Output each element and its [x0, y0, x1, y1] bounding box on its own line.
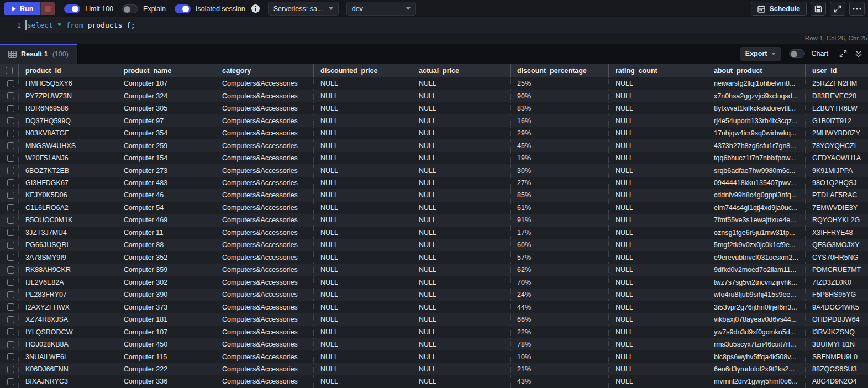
cell-rating_count: NULL: [608, 114, 707, 127]
row-checkbox[interactable]: [0, 301, 18, 313]
table-row[interactable]: K06DJ66ENNComputer 222Computers&Accessor…: [0, 363, 868, 375]
table-row[interactable]: RK88AH9CKRComputer 359Computers&Accessor…: [0, 264, 868, 276]
cell-user_id: 98O1Q2HQSJ: [805, 177, 868, 189]
column-header-user_id[interactable]: user_id: [805, 64, 868, 77]
row-checkbox[interactable]: [0, 227, 18, 239]
row-checkbox[interactable]: [0, 363, 18, 375]
row-checkbox[interactable]: [0, 276, 18, 289]
row-checkbox[interactable]: [0, 313, 18, 326]
table-row[interactable]: C1L6LRO6A2Computer 54Computers&Accessori…: [0, 202, 868, 214]
catalog-dropdown[interactable]: dev: [346, 2, 416, 16]
row-checkbox[interactable]: [0, 289, 18, 301]
column-header-category[interactable]: category: [215, 64, 313, 77]
table-row[interactable]: IYLQSRODCWComputer 107Computers&Accessor…: [0, 326, 868, 338]
row-checkbox[interactable]: [0, 177, 18, 189]
isolated-session-toggle[interactable]: [175, 4, 191, 13]
row-checkbox[interactable]: [0, 326, 18, 338]
expand-results-icon[interactable]: [839, 50, 847, 57]
cell-user_id: F5P8HS95YG: [805, 289, 868, 301]
cell-product_name: Computer 107: [117, 77, 215, 90]
info-icon[interactable]: [251, 4, 260, 13]
chart-toggle[interactable]: [789, 49, 805, 58]
table-row[interactable]: KFJY0K5D06Computer 46Computers&Accessori…: [0, 189, 868, 201]
cell-user_id: 7IZD3ZL0K0: [805, 276, 868, 289]
column-header-about_product[interactable]: about_product: [707, 64, 805, 77]
table-row[interactable]: B5OUOC0M1KComputer 469Computers&Accessor…: [0, 214, 868, 226]
table-row[interactable]: BIXAJNRYC3Computer 336Computers&Accessor…: [0, 375, 868, 387]
table-row[interactable]: PG66JUSQRIComputer 88Computers&Accessori…: [0, 239, 868, 251]
table-row[interactable]: 3A78SMY9I9Computer 352Computers&Accessor…: [0, 251, 868, 264]
explain-toggle[interactable]: [122, 4, 138, 13]
row-checkbox[interactable]: [0, 350, 18, 363]
cell-user_id: 9A4DGG4WK5: [805, 301, 868, 313]
row-checkbox[interactable]: [0, 139, 18, 151]
table-row[interactable]: IJL2V6E82AComputer 302Computers&Accessor…: [0, 276, 868, 289]
row-checkbox[interactable]: [0, 202, 18, 214]
table-row[interactable]: GI3HFDGK67Computer 483Computers&Accessor…: [0, 177, 868, 189]
cell-product_name: Computer 302: [117, 276, 215, 289]
column-header-product_name[interactable]: product_name: [117, 64, 215, 77]
row-checkbox[interactable]: [0, 164, 18, 176]
cell-discount_percentage: 19%: [510, 152, 608, 164]
row-checkbox[interactable]: [0, 338, 18, 350]
row-checkbox[interactable]: [0, 102, 18, 114]
collapse-panel-icon[interactable]: [855, 50, 862, 58]
tab-result-1[interactable]: Result 1 (100): [0, 44, 77, 64]
row-checkbox[interactable]: [0, 214, 18, 226]
cell-actual_price: NULL: [412, 177, 510, 189]
cell-rating_count: NULL: [608, 239, 707, 251]
table-row[interactable]: PY7ZPUWZ3NComputer 324Computers&Accessor…: [0, 90, 868, 102]
column-header-product_id[interactable]: product_id: [18, 64, 117, 77]
table-row[interactable]: MNGSW4UHXSComputer 259Computers&Accessor…: [0, 139, 868, 151]
sql-editor[interactable]: 1 select * from products_f;: [0, 17, 868, 33]
code-line[interactable]: select * from products_f;: [24, 17, 868, 33]
cell-discount_percentage: 66%: [510, 313, 608, 326]
select-all-checkbox[interactable]: [0, 64, 18, 77]
cell-product_id: HMHC5Q5XY6: [18, 77, 117, 90]
table-row[interactable]: PL283FRY07Computer 390Computers&Accessor…: [0, 289, 868, 301]
cell-about_product: 9dfkd0v2moed7o2iiam11...: [707, 264, 805, 276]
export-button[interactable]: Export: [740, 47, 782, 61]
column-header-discounted_price[interactable]: discounted_price: [313, 64, 412, 77]
table-row[interactable]: N03KV8ATGFComputer 354Computers&Accessor…: [0, 127, 868, 139]
table-row[interactable]: HMHC5Q5XY6Computer 107Computers&Accessor…: [0, 77, 868, 90]
cell-product_id: 3A78SMY9I9: [18, 251, 117, 264]
table-row[interactable]: I2AXYZFHWXComputer 373Computers&Accessor…: [0, 301, 868, 313]
table-row[interactable]: 6BOZ7KT2EBComputer 273Computers&Accessor…: [0, 164, 868, 176]
column-header-actual_price[interactable]: actual_price: [412, 64, 510, 77]
row-checkbox[interactable]: [0, 127, 18, 139]
cell-actual_price: NULL: [412, 90, 510, 102]
table-row[interactable]: HOJ028KB8AComputer 450Computers&Accessor…: [0, 338, 868, 350]
row-checkbox[interactable]: [0, 251, 18, 264]
cell-discounted_price: NULL: [313, 326, 412, 338]
row-checkbox[interactable]: [0, 90, 18, 102]
warehouse-dropdown[interactable]: Serverless: sa...: [268, 2, 339, 16]
cell-about_product: vikbaxj078ayeav0d6vs44...: [707, 313, 805, 326]
cell-rating_count: NULL: [608, 164, 707, 176]
row-checkbox[interactable]: [0, 375, 18, 387]
row-checkbox[interactable]: [0, 239, 18, 251]
line-number: 1: [0, 21, 24, 29]
save-button[interactable]: [811, 2, 826, 16]
run-button[interactable]: Run: [4, 2, 40, 15]
cell-rating_count: NULL: [608, 127, 707, 139]
table-row[interactable]: XZ74R8XJSAComputer 181Computers&Accessor…: [0, 313, 868, 326]
table-row[interactable]: DQ37HQ599QComputer 97Computers&Accessori…: [0, 114, 868, 127]
column-header-discount_percentage[interactable]: discount_percentage: [510, 64, 608, 77]
table-row[interactable]: W20F51ANJ6Computer 154Computers&Accessor…: [0, 152, 868, 164]
more-options-button[interactable]: [849, 2, 865, 16]
table-row[interactable]: 3NUAILWE6LComputer 115Computers&Accessor…: [0, 350, 868, 363]
table-row[interactable]: RDR6N69586Computer 305Computers&Accessor…: [0, 102, 868, 114]
row-checkbox[interactable]: [0, 152, 18, 164]
schedule-button[interactable]: Schedule: [751, 2, 807, 16]
table-row[interactable]: 3JZT3J7MU4Computer 11Computers&Accessori…: [0, 227, 868, 239]
row-checkbox[interactable]: [0, 264, 18, 276]
row-checkbox[interactable]: [0, 189, 18, 201]
row-checkbox[interactable]: [0, 77, 18, 90]
row-checkbox[interactable]: [0, 114, 18, 127]
fullscreen-button[interactable]: [830, 2, 845, 16]
limit-toggle[interactable]: [64, 4, 80, 13]
cell-product_id: KFJY0K5D06: [18, 189, 117, 201]
column-header-rating_count[interactable]: rating_count: [608, 64, 707, 77]
stop-button[interactable]: [40, 2, 55, 15]
